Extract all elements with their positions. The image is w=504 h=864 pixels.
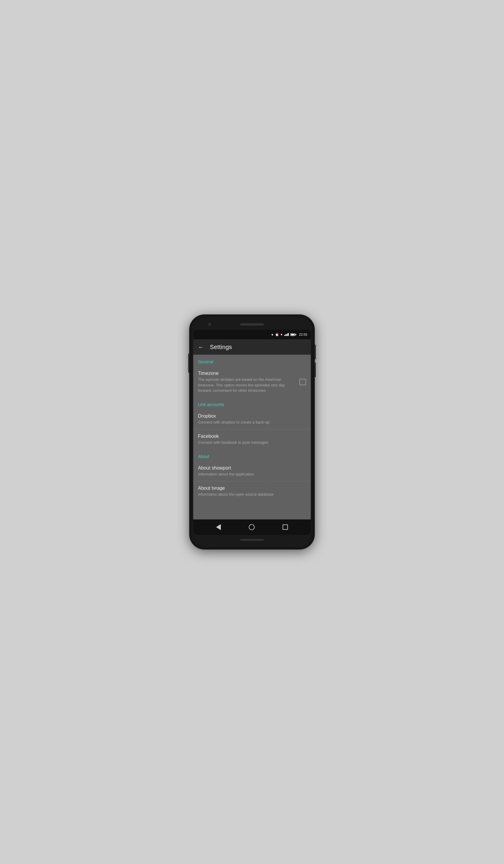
about-tvrage-subtitle: Information about the open source databa… <box>198 492 306 497</box>
volume-down-button[interactable] <box>314 362 316 377</box>
about-tvrage-text: About tvrage Information about the open … <box>198 485 306 497</box>
phone-frame: ★ ⏰ ▼ <box>190 315 314 549</box>
about-showport-text: About showport Information about the app… <box>198 465 306 477</box>
timezone-text: Timezone The episode airdates are based … <box>198 371 296 393</box>
status-icons: ★ ⏰ ▼ <box>271 333 307 336</box>
phone-bottom <box>193 535 311 544</box>
settings-item-dropbox[interactable]: Dropbox Connect with dropbox to create a… <box>193 409 311 430</box>
facebook-title: Facebook <box>198 434 306 439</box>
settings-item-facebook[interactable]: Facebook Connect with facebook to post m… <box>193 430 311 449</box>
settings-content: General Timezone The episode airdates ar… <box>193 355 311 519</box>
settings-item-about-showport[interactable]: About showport Information about the app… <box>193 461 311 481</box>
screen: ★ ⏰ ▼ <box>193 330 311 535</box>
wifi-icon: ▼ <box>280 333 283 336</box>
dropbox-title: Dropbox <box>198 413 306 419</box>
nav-bar <box>193 519 311 535</box>
settings-item-about-tvrage[interactable]: About tvrage Information about the open … <box>193 481 311 501</box>
status-time: 22:55 <box>299 333 307 336</box>
power-button[interactable] <box>188 353 190 373</box>
section-general: General Timezone The episode airdates ar… <box>193 355 311 397</box>
section-header-link-accounts: Link accounts <box>193 397 311 409</box>
dropbox-subtitle: Connect with dropbox to create a back-up <box>198 420 306 425</box>
section-header-about: About <box>193 449 311 461</box>
status-bar: ★ ⏰ ▼ <box>193 330 311 339</box>
alarm-icon: ⏰ <box>275 333 279 336</box>
nav-recents-button[interactable] <box>283 525 288 530</box>
about-showport-subtitle: Information about the application <box>198 472 306 477</box>
bluetooth-icon: ★ <box>271 333 274 336</box>
about-showport-title: About showport <box>198 465 306 471</box>
section-link-accounts: Link accounts Dropbox Connect with dropb… <box>193 397 311 449</box>
earpiece-speaker <box>240 323 264 326</box>
settings-item-timezone[interactable]: Timezone The episode airdates are based … <box>193 367 311 397</box>
signal-icon <box>284 333 289 336</box>
nav-back-button[interactable] <box>216 524 221 530</box>
section-about: About About showport Information about t… <box>193 449 311 501</box>
nav-home-button[interactable] <box>249 524 255 530</box>
facebook-text: Facebook Connect with facebook to post m… <box>198 434 306 445</box>
timezone-subtitle: The episode airdates are based on the Am… <box>198 377 296 393</box>
camera <box>208 323 211 326</box>
volume-up-button[interactable] <box>314 345 316 359</box>
dropbox-text: Dropbox Connect with dropbox to create a… <box>198 413 306 425</box>
timezone-title: Timezone <box>198 371 296 376</box>
timezone-checkbox[interactable] <box>300 379 306 385</box>
battery-icon <box>290 333 296 336</box>
back-button[interactable]: ← <box>198 344 204 350</box>
section-header-general: General <box>193 355 311 367</box>
about-tvrage-title: About tvrage <box>198 485 306 491</box>
app-bar: ← Settings <box>193 339 311 355</box>
facebook-subtitle: Connect with facebook to post messages <box>198 440 306 445</box>
app-bar-title: Settings <box>210 344 232 350</box>
phone-top <box>193 320 311 330</box>
bottom-speaker <box>240 539 264 541</box>
